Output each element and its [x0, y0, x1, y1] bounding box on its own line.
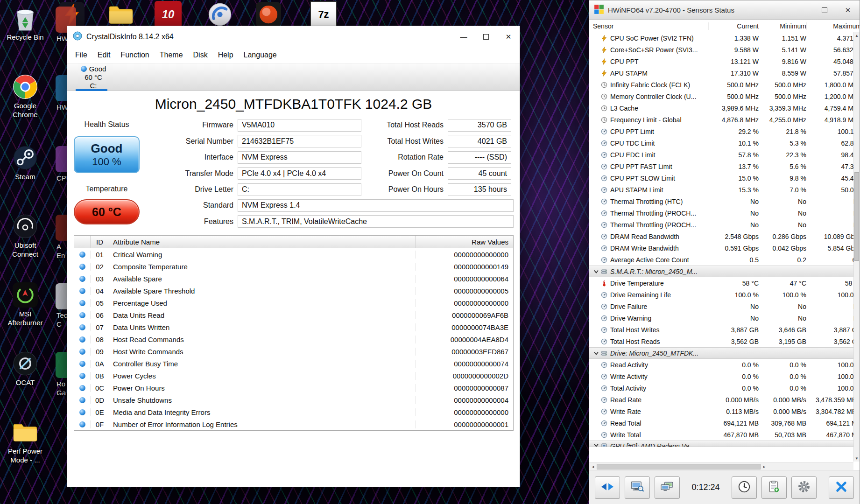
- sensor-row[interactable]: S.M.A.R.T.: Micron_2450_M...: [589, 266, 860, 277]
- menu-item[interactable]: File: [70, 51, 92, 59]
- toolbar-button[interactable]: [829, 476, 854, 499]
- close-button[interactable]: ✕: [497, 26, 520, 47]
- column-header-id[interactable]: ID: [90, 236, 109, 248]
- menu-item[interactable]: Disk: [188, 51, 213, 59]
- sensor-row[interactable]: CPU PPT 13.121 W 9.816 W 45.048 W: [589, 56, 860, 67]
- sensor-row[interactable]: Average Active Core Count 0.5 0.2 6.0: [589, 254, 860, 266]
- sensor-row[interactable]: Drive Temperature 58 °C 47 °C 58 °C: [589, 277, 860, 289]
- desktop-icon[interactable]: MSI Afterburner: [4, 281, 47, 328]
- toolbar-button[interactable]: [791, 476, 817, 499]
- smart-row[interactable]: 09 Host Write Commands 00000003EFD867: [74, 345, 513, 357]
- scrollbar-thumb[interactable]: [854, 172, 859, 261]
- sensor-row[interactable]: APU STAPM 17.310 W 8.559 W 57.857 W: [589, 67, 860, 79]
- desktop-icon[interactable]: Perf Power Mode - ...: [4, 419, 47, 465]
- column-header-minimum[interactable]: Minimum: [759, 22, 806, 30]
- sensor-row[interactable]: CPU EDC Limit 57.8 % 22.3 % 98.4 %: [589, 149, 860, 161]
- desktop-icon[interactable]: [107, 1, 134, 28]
- scroll-up-icon[interactable]: ▲: [854, 32, 860, 39]
- sensor-row[interactable]: Thermal Throttling (HTC) No No No: [589, 196, 860, 207]
- sensor-row[interactable]: APU STAPM Limit 15.3 % 7.0 % 50.0 %: [589, 184, 860, 196]
- sensor-row[interactable]: CPU SoC Power (SVI2 TFN) 1.338 W 1.151 W…: [589, 32, 860, 44]
- sensor-row[interactable]: Read Activity 0.0 % 0.0 % 100.0 %: [589, 359, 860, 371]
- menu-item[interactable]: Language: [239, 51, 282, 59]
- column-header-name[interactable]: Attribute Name: [109, 236, 415, 248]
- sensor-row[interactable]: CPU TDC Limit 10.1 % 5.3 % 62.8 %: [589, 137, 860, 149]
- sensor-row[interactable]: Write Activity 0.0 % 0.0 % 100.0 %: [589, 371, 860, 382]
- smart-row[interactable]: 03 Available Spare 00000000000064: [74, 273, 513, 285]
- maximize-button[interactable]: [813, 0, 836, 20]
- sensor-row[interactable]: Total Activity 0.0 % 0.0 % 100.0 %: [589, 382, 860, 394]
- column-header-maximum[interactable]: Maximum: [806, 22, 860, 30]
- sensor-row[interactable]: Frequency Limit - Global 4,876.8 MHz 4,2…: [589, 114, 860, 126]
- sensor-row[interactable]: Total Host Writes 3,887 GB 3,646 GB 3,88…: [589, 324, 860, 336]
- smart-row[interactable]: 0D Unsafe Shutdowns 00000000000004: [74, 394, 513, 406]
- scroll-right-icon[interactable]: ▸: [761, 464, 768, 469]
- cdi-titlebar[interactable]: CrystalDiskInfo 8.14.2 x64 — ✕: [67, 26, 520, 47]
- desktop-icon[interactable]: Google Chrome: [4, 73, 47, 119]
- menu-item[interactable]: Theme: [155, 51, 188, 59]
- desktop-icon[interactable]: OCAT: [4, 350, 47, 387]
- sensor-row[interactable]: CPU PPT FAST Limit 13.7 % 5.6 % 47.3 %: [589, 161, 860, 172]
- toolbar-button[interactable]: [761, 476, 787, 499]
- menu-item[interactable]: Function: [115, 51, 154, 59]
- smart-row[interactable]: 08 Host Read Commands 00000004AEA8D4: [74, 333, 513, 345]
- desktop-icon[interactable]: Steam: [4, 144, 47, 182]
- column-header-current[interactable]: Current: [708, 22, 759, 30]
- sensor-row[interactable]: Thermal Throttling (PROCH... No No No: [589, 219, 860, 231]
- minimize-button[interactable]: —: [452, 26, 475, 47]
- sensor-row[interactable]: Drive Remaining Life 100.0 % 100.0 % 100…: [589, 289, 860, 301]
- menu-item[interactable]: Help: [213, 51, 239, 59]
- sensor-row[interactable]: L3 Cache 3,989.6 MHz 3,359.3 MHz 4,759.4…: [589, 102, 860, 114]
- smart-row[interactable]: 0A Controller Busy Time 00000000000074: [74, 357, 513, 370]
- sensor-row[interactable]: Thermal Throttling (PROCH... No No No: [589, 207, 860, 219]
- hwinfo-titlebar[interactable]: HWiNFO64 v7.20-4700 - Sensors Status — ✕: [589, 0, 860, 20]
- sensor-row[interactable]: CPU PPT Limit 29.2 % 21.8 % 100.1 %: [589, 126, 860, 137]
- column-header-sensor[interactable]: Sensor: [593, 22, 708, 30]
- drive-tab[interactable]: Good 60 °C C:: [70, 64, 117, 91]
- sensor-row[interactable]: DRAM Write Bandwidth 0.591 Gbps 0.042 Gb…: [589, 242, 860, 254]
- menu-item[interactable]: Edit: [92, 51, 116, 59]
- desktop-icon[interactable]: 7z: [310, 1, 337, 28]
- smart-row[interactable]: 07 Data Units Written 0000000074BA3E: [74, 321, 513, 333]
- sensor-row[interactable]: Core+SoC+SR Power (SVI3... 9.588 W 5.141…: [589, 44, 860, 56]
- smart-row[interactable]: 05 Percentage Used 00000000000000: [74, 297, 513, 309]
- close-button[interactable]: ✕: [836, 0, 860, 20]
- sensor-row[interactable]: CPU PPT SLOW Limit 15.0 % 9.8 % 45.4 %: [589, 172, 860, 184]
- sensor-row[interactable]: Drive Warning No No No: [589, 312, 860, 324]
- smart-row[interactable]: 0C Power On Hours 00000000000087: [74, 382, 513, 394]
- desktop-icon[interactable]: Recycle Bin: [4, 5, 47, 42]
- sensor-row[interactable]: Drive: Micron_2450_MTFDK...: [589, 347, 860, 359]
- sensor-row[interactable]: GPU [#0]: AMD Radeon Va...: [589, 441, 860, 447]
- scrollbar-thumb[interactable]: [597, 464, 761, 469]
- toolbar-button[interactable]: [655, 476, 680, 499]
- smart-row[interactable]: 0B Power Cycles 0000000000002D: [74, 370, 513, 382]
- minimize-button[interactable]: —: [790, 0, 813, 20]
- sensor-row[interactable]: DRAM Read Bandwidth 2.548 Gbps 0.286 Gbp…: [589, 231, 860, 242]
- sensor-row[interactable]: Infinity Fabric Clock (FCLK) 500.0 MHz 5…: [589, 79, 860, 91]
- smart-row[interactable]: 02 Composite Temperature 00000000000149: [74, 260, 513, 273]
- toolbar-button[interactable]: [732, 476, 757, 499]
- toolbar-button[interactable]: [595, 476, 620, 499]
- desktop-icon[interactable]: Ubisoft Connect: [4, 213, 47, 259]
- sensor-row[interactable]: Read Rate 0.000 MB/s 0.000 MB/s 3,478.35…: [589, 394, 860, 406]
- horizontal-scrollbar[interactable]: ◂ ▸: [589, 462, 853, 470]
- desktop-icon[interactable]: 10: [155, 1, 182, 28]
- toolbar-button[interactable]: [625, 476, 650, 499]
- sensor-row[interactable]: Memory Controller Clock (U... 500.0 MHz …: [589, 91, 860, 102]
- sensor-row[interactable]: Drive Failure No No No: [589, 301, 860, 312]
- scroll-left-icon[interactable]: ◂: [589, 464, 597, 469]
- smart-row[interactable]: 0F Number of Error Information Log Entri…: [74, 418, 513, 430]
- sensor-row[interactable]: Write Rate 0.113 MB/s 0.000 MB/s 3,304.7…: [589, 406, 860, 417]
- sensor-row[interactable]: Read Total 694,121 MB 309,768 MB 694,121…: [589, 417, 860, 429]
- sensor-row[interactable]: Total Host Reads 3,562 GB 3,195 GB 3,562…: [589, 336, 860, 347]
- scroll-down-icon[interactable]: ▼: [854, 455, 860, 462]
- maximize-button[interactable]: [475, 26, 497, 47]
- smart-row[interactable]: 04 Available Spare Threshold 00000000000…: [74, 285, 513, 297]
- sensor-row[interactable]: Write Total 467,870 MB 50,703 MB 467,870…: [589, 429, 860, 441]
- smart-row[interactable]: 0E Media and Data Integrity Errors 00000…: [74, 406, 513, 418]
- smart-row[interactable]: 01 Critical Warning 00000000000000: [74, 248, 513, 260]
- desktop-icon[interactable]: [255, 1, 282, 28]
- desktop-icon[interactable]: [206, 1, 233, 28]
- vertical-scrollbar[interactable]: ▲ ▼: [853, 32, 860, 462]
- smart-row[interactable]: 06 Data Units Read 0000000069AF6B: [74, 309, 513, 321]
